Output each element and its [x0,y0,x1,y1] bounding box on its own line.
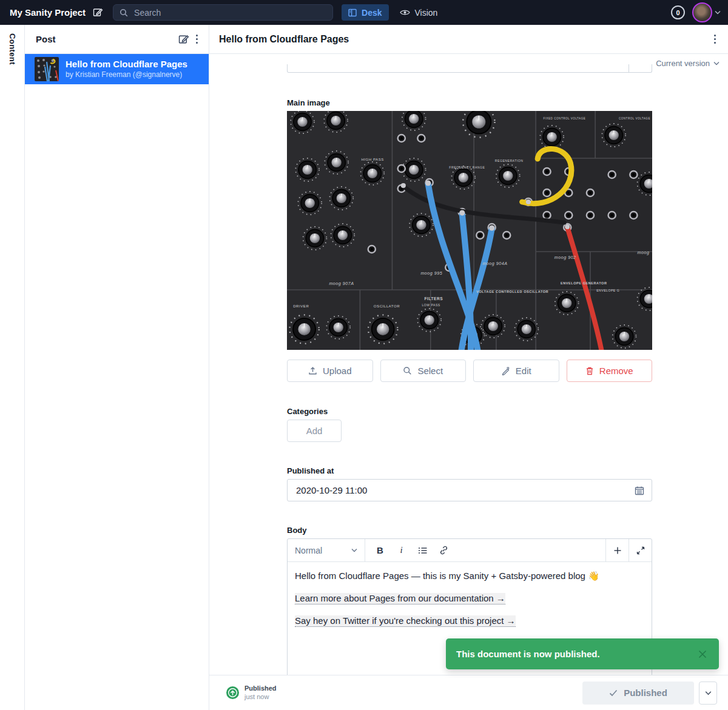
editor-pane: Hello from Cloudflare Pages Current vers… [209,25,728,710]
desk-icon [348,8,357,17]
compose-icon [93,7,103,18]
body-paragraph: Hello from Cloudflare Pages — this is my… [295,571,644,581]
publish-toast: This document is now published. [446,638,719,669]
svg-text:LOW PASS: LOW PASS [422,303,440,307]
publish-status: Published just now [226,685,277,702]
add-category-button[interactable]: Add [287,420,342,442]
search-icon [120,8,128,17]
body-toolbar: Normal B i [288,539,652,562]
top-navbar: My Sanity Project Desk Vi [0,0,728,25]
list-item-title: Hello from Cloudflare Pages [66,59,187,70]
calendar-icon[interactable] [635,486,644,495]
svg-text:DRIVER: DRIVER [293,304,309,308]
document-menu-button[interactable] [710,31,720,47]
vision-icon [400,8,410,16]
publish-button-label: Published [624,688,667,698]
toast-close-icon[interactable] [695,646,710,662]
compose-icon [178,34,189,45]
main-image-label: Main image [287,98,652,107]
status-title: Published [244,685,277,693]
svg-text:VOLTAGE CONTROLLED OSCILLATOR: VOLTAGE CONTROLLED OSCILLATOR [476,290,548,293]
status-time: just now [244,693,277,702]
remove-button[interactable]: Remove [567,360,653,382]
bullet-list-button[interactable] [413,541,433,560]
desk-label: Desk [362,8,382,18]
list-item-post[interactable]: Hello from Cloudflare Pages by Kristian … [25,54,209,84]
remove-trash-icon [585,366,594,375]
svg-text:OSCILLATOR: OSCILLATOR [374,304,400,308]
published-at-input[interactable] [295,484,635,496]
body-label: Body [287,526,652,535]
upload-label: Upload [323,366,352,376]
slug-field-partial[interactable] [287,64,652,73]
post-thumbnail [35,57,59,81]
tab-vision[interactable]: Vision [400,8,438,18]
bold-button[interactable]: B [370,541,390,560]
body-content[interactable]: Hello from Cloudflare Pages — this is my… [288,562,652,646]
add-label: Add [306,426,323,436]
svg-text:moog: moog [638,250,650,255]
search-icon [403,366,412,375]
version-label: Current version [656,59,710,68]
document-list-header: Post [25,25,209,54]
image-actions: Upload Select [287,360,652,382]
link-button[interactable] [434,541,454,560]
avatar[interactable] [692,2,712,22]
document-footer: Published just now Published [209,675,728,710]
version-selector[interactable]: Current version [656,59,720,68]
edit-label: Edit [516,366,531,376]
list-menu-button[interactable] [192,31,201,47]
body-link-docs[interactable]: Learn more about Pages from our document… [295,593,505,605]
svg-text:moog 902: moog 902 [554,255,576,260]
categories-label: Categories [287,407,652,416]
document-header: Hello from Cloudflare Pages [209,25,728,54]
upload-button[interactable]: Upload [287,360,373,382]
document-title: Hello from Cloudflare Pages [219,34,710,45]
chevron-down-icon [713,61,720,65]
avatar-chevron-down-icon[interactable] [715,10,721,15]
style-selector[interactable]: Normal [288,539,365,561]
svg-text:HIGH PASS: HIGH PASS [361,158,383,161]
content-rail[interactable]: Content [0,25,25,710]
insert-block-button[interactable] [605,539,629,561]
svg-text:FREQUENCY RANGE: FREQUENCY RANGE [449,166,485,169]
svg-text:ENVELOPE G: ENVELOPE G [596,289,619,292]
edit-button[interactable]: Edit [473,360,559,382]
badge-count: 0 [676,9,679,16]
svg-text:FILTERS: FILTERS [425,296,443,301]
toast-message: This document is now published. [456,649,695,659]
select-label: Select [417,366,443,376]
search-bar[interactable] [113,4,333,21]
list-item-subtitle: by Kristian Freeman (@signalnerve) [66,70,187,80]
edit-icon [501,366,510,375]
vision-label: Vision [415,8,438,18]
svg-text:moog 995: moog 995 [420,271,442,276]
tab-desk[interactable]: Desk [342,4,388,21]
compose-button[interactable] [93,7,103,18]
notification-badge[interactable]: 0 [671,5,685,19]
remove-label: Remove [599,366,633,376]
style-selector-value: Normal [295,546,322,555]
upload-icon [308,366,317,375]
publish-button[interactable]: Published [582,682,694,705]
publish-status-icon [226,686,239,699]
search-input[interactable] [133,7,326,18]
svg-text:FIXED CONTROL VOLTAGE: FIXED CONTROL VOLTAGE [543,117,585,120]
publish-menu-button[interactable] [699,682,717,705]
project-title: My Sanity Project [10,7,86,18]
body-link-twitter[interactable]: Say hey on Twitter if you're checking ou… [295,615,516,627]
chevron-down-icon [351,548,357,552]
italic-button[interactable]: i [391,541,411,560]
published-at-label: Published at [287,466,652,475]
select-button[interactable]: Select [380,360,467,382]
svg-text:REGENERATION: REGENERATION [495,159,524,162]
list-title: Post [36,34,175,44]
check-icon [609,689,618,697]
main-image-preview[interactable]: HIGH PASS FREQUENCY RANGE REGENERATION F… [287,111,652,350]
new-document-button[interactable] [175,31,192,48]
expand-editor-button[interactable] [629,539,652,561]
svg-text:moog 904A: moog 904A [482,261,507,266]
svg-text:CONTROL VOLTAGE: CONTROL VOLTAGE [619,117,650,120]
document-form: Current version Main image [209,54,728,675]
svg-text:moog 907A: moog 907A [329,281,354,286]
